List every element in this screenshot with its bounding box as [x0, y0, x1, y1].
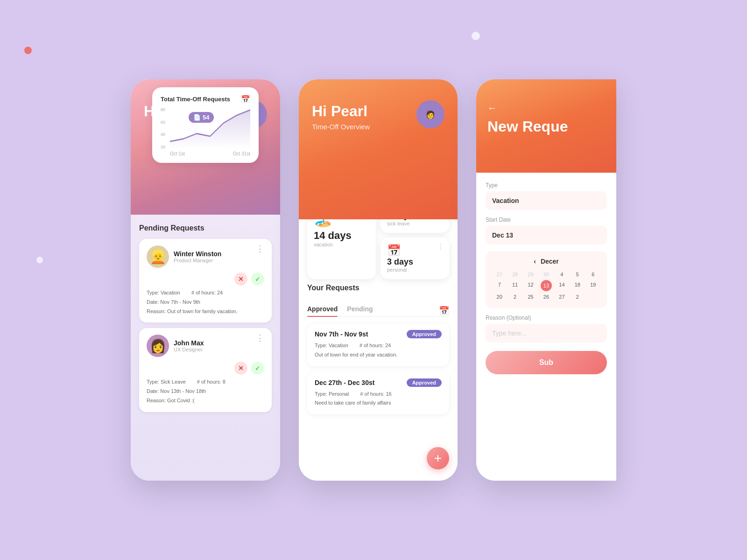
- cal-day[interactable]: 2: [507, 292, 522, 301]
- chart-y-labels: 80 60 40 20: [161, 107, 165, 149]
- chart-dates: Oct 1st Oct 31st: [161, 151, 250, 156]
- requests-section-title: Your Requests: [307, 284, 449, 292]
- phone-2: Hi Pearl 🧑 Time-Off Overview 🏖️ 14 days …: [299, 79, 458, 481]
- cal-day[interactable]: 25: [523, 292, 538, 301]
- phone2-avatar: 🧑: [416, 100, 444, 128]
- chart-calendar-icon[interactable]: 📅: [241, 95, 250, 104]
- request-card-1: 👩 John Max UX Designer ⋮ ✕ ✓ Type: Sick …: [139, 328, 272, 412]
- cal-day[interactable]: 26: [539, 292, 553, 301]
- mini-calendar: ‹ Decer 27 28 29 30 4 5 6 7 11 12 13 14 …: [486, 251, 607, 308]
- request-card-0: 👱 Winter Winston Product Manager ⋮ ✕ ✓ T…: [139, 239, 272, 322]
- type-label: Type: [486, 182, 607, 189]
- approve-btn-0[interactable]: ✓: [251, 273, 264, 286]
- decorative-dot-white-2: [472, 32, 480, 40]
- chart-date-end: Oct 31st: [233, 151, 250, 156]
- badge-approved-1: Approved: [407, 378, 442, 387]
- request-sub-0: Type: Vacation # of hours: 24 Out of tow…: [315, 341, 442, 360]
- cal-day[interactable]: 2: [570, 292, 585, 301]
- chart-title: Total Time-Off Requests: [161, 96, 230, 103]
- vacation-label: vacation: [314, 242, 369, 247]
- submit-button[interactable]: Sub: [486, 351, 607, 374]
- personal-label: personal: [387, 267, 443, 273]
- calendar-header: ‹ Decer: [492, 258, 600, 265]
- cal-day: 27: [492, 270, 507, 279]
- type-input[interactable]: Vacation: [486, 191, 607, 210]
- phone-3: ← New Reque Type Vacation Start Date Dec…: [476, 79, 616, 481]
- cal-month: Decer: [541, 258, 559, 265]
- chart-badge: 📄 54: [189, 112, 214, 123]
- cal-day[interactable]: 18: [570, 280, 585, 291]
- person-info-0: Winter Winston Product Manager: [174, 250, 264, 263]
- cal-prev-icon[interactable]: ‹: [534, 258, 536, 265]
- back-button[interactable]: ←: [487, 103, 605, 113]
- cal-day[interactable]: 6: [586, 270, 600, 279]
- person-name-0: Winter Winston: [174, 250, 264, 258]
- person-avatar-1: 👩: [147, 335, 169, 357]
- request-detail-1: Type: Sick Leave # of hours: 8 Date: Nov…: [147, 378, 264, 405]
- request-date-0: Nov 7th - Nov 9st: [315, 330, 368, 338]
- person-role-1: UX Designer: [174, 347, 264, 352]
- reason-input[interactable]: Type here...: [486, 324, 607, 343]
- tab-calendar-icon[interactable]: 📅: [439, 306, 449, 316]
- tabs-row: Approved Pending 📅: [307, 299, 449, 317]
- badge-approved-0: Approved: [407, 330, 442, 338]
- chart-date-start: Oct 1st: [170, 151, 185, 156]
- overview-card-vacation: 🏖️ 14 days vacation ⋮: [307, 219, 376, 279]
- chart-area: 80 60 40 20: [161, 107, 250, 149]
- cal-day[interactable]: 20: [492, 292, 507, 301]
- more-dots-0[interactable]: ⋮: [256, 244, 264, 254]
- phone2-header: Hi Pearl 🧑 Time-Off Overview: [299, 79, 458, 219]
- person-name-1: John Max: [174, 339, 264, 347]
- cal-day: 30: [539, 270, 553, 279]
- request-detail-0: Type: Vacation # of hours: 24 Date: Nov …: [147, 288, 264, 316]
- start-date-label: Start Date: [486, 217, 607, 223]
- phone3-body: Type Vacation Start Date Dec 13 ‹ Decer …: [476, 173, 616, 481]
- more-dots-1[interactable]: ⋮: [256, 333, 264, 343]
- phone2-body: 🏖️ 14 days vacation ⋮ 💊 7 days sick leav…: [299, 219, 458, 481]
- tab-approved[interactable]: Approved: [307, 305, 338, 316]
- overview-card-sick: 💊 7 days sick leave ⋮: [381, 219, 449, 233]
- cal-day[interactable]: 7: [492, 280, 507, 291]
- person-info-1: John Max UX Designer: [174, 339, 264, 352]
- cal-day: 28: [507, 270, 522, 279]
- calendar-grid: 27 28 29 30 4 5 6 7 11 12 13 14 18 19 20…: [492, 270, 600, 301]
- cal-day-today[interactable]: 13: [541, 280, 552, 291]
- phone1-header: Hi Summer 🧕 Total Time-Off Requests 📅 80…: [131, 79, 280, 215]
- cal-day[interactable]: 19: [586, 280, 600, 291]
- person-avatar-0: 👱: [147, 245, 169, 268]
- start-date-input[interactable]: Dec 13: [486, 226, 607, 245]
- cal-day: 29: [523, 270, 538, 279]
- cal-day[interactable]: 27: [555, 292, 569, 301]
- overview-card-personal: 📅 3 days personal ⋮: [381, 238, 449, 279]
- reject-btn-0[interactable]: ✕: [234, 273, 247, 286]
- personal-icon: 📅: [387, 244, 443, 257]
- request-sub-1: Type: Personal # of hours: 16 Need to ta…: [315, 390, 442, 408]
- phone-1: Hi Summer 🧕 Total Time-Off Requests 📅 80…: [131, 79, 280, 481]
- request-item-0: Nov 7th - Nov 9st Approved Type: Vacatio…: [307, 323, 449, 366]
- decorative-dot-red: [24, 47, 32, 54]
- phone3-header: ← New Reque: [476, 79, 616, 173]
- cal-day[interactable]: 11: [507, 280, 522, 291]
- fab-button[interactable]: +: [427, 447, 449, 469]
- vacation-days: 14 days: [314, 230, 369, 242]
- sick-label: sick leave: [387, 221, 443, 226]
- cal-day[interactable]: 12: [523, 280, 538, 291]
- overview-grid: 🏖️ 14 days vacation ⋮ 💊 7 days sick leav…: [307, 219, 449, 284]
- reject-btn-1[interactable]: ✕: [234, 362, 247, 375]
- cal-day[interactable]: 5: [570, 270, 585, 279]
- person-role-0: Product Manager: [174, 258, 264, 263]
- request-date-1: Dec 27th - Dec 30st: [315, 379, 374, 386]
- chart-card: Total Time-Off Requests 📅 80 60 40 20: [152, 87, 259, 163]
- vacation-icon: 🏖️: [314, 219, 369, 228]
- personal-days: 3 days: [387, 257, 443, 267]
- cal-day[interactable]: 14: [555, 280, 569, 291]
- decorative-dot-white-1: [36, 257, 43, 263]
- reason-label: Reason (Optional): [486, 315, 607, 321]
- cal-day[interactable]: 4: [555, 270, 569, 279]
- request-item-1: Dec 27th - Dec 30st Approved Type: Perso…: [307, 372, 449, 415]
- pending-section-title: Pending Requests: [139, 224, 272, 232]
- tab-pending[interactable]: Pending: [347, 305, 373, 316]
- phone1-body: Pending Requests 👱 Winter Winston Produc…: [131, 215, 280, 481]
- approve-btn-1[interactable]: ✓: [251, 362, 264, 375]
- personal-more[interactable]: ⋮: [437, 242, 444, 251]
